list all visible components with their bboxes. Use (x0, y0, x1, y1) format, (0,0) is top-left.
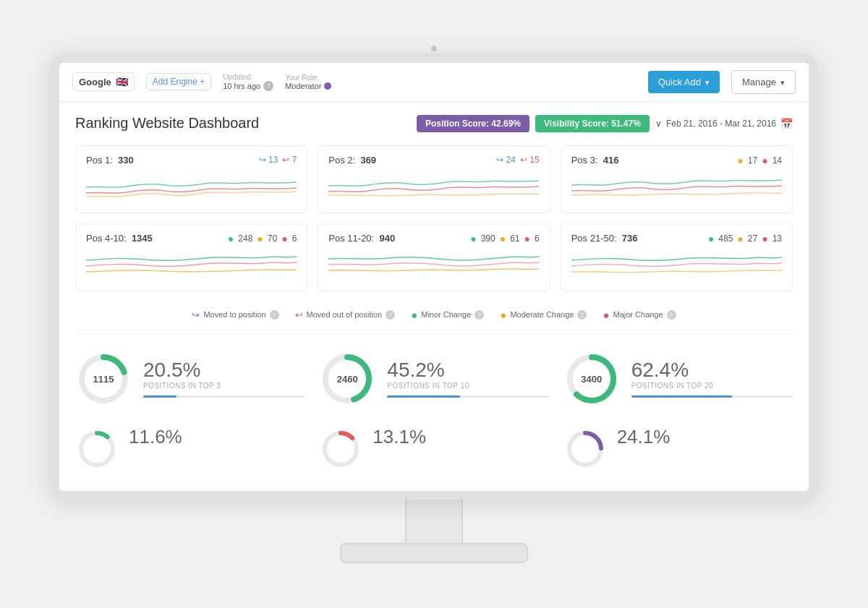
mini-donut-2-chart (319, 427, 362, 471)
dashboard-title-row: Ranking Website Dashboard Position Score… (75, 115, 793, 132)
major-dot: ● (281, 233, 287, 244)
pos-11-20-changes: ●390 ●61 ●6 (470, 233, 539, 244)
monitor-stand-neck (405, 500, 463, 543)
legend-moved-in: ↪ Moved to position ? (192, 309, 278, 320)
metric-top10: 2460 45.2% POSITIONS IN TOP 10 (319, 351, 548, 407)
pos-2-count: 369 (360, 155, 376, 166)
pos-card-21-50: Pos 21-50: 736 ●485 ●27 ●13 (561, 223, 793, 291)
moved-out-help-icon[interactable]: ? (386, 310, 395, 320)
add-engine-button[interactable]: Add Engine + (146, 73, 211, 90)
mini-metric-3-info: 24.1% (617, 427, 671, 446)
donut-top3: 1115 (75, 351, 132, 407)
position-score-badge: Position Score: 42.69% (417, 115, 529, 132)
metric-top20-percent: 62.4% (631, 360, 793, 380)
major-help-icon[interactable]: ? (667, 310, 676, 320)
pos-1-label: Pos 1: 330 (86, 155, 134, 166)
mini-metric-2: 13.1% (319, 427, 548, 471)
pos-card-3: Pos 3: 416 ● 17 ● 14 (561, 145, 793, 213)
updated-value: 10 hrs ago ? (223, 81, 273, 91)
flag-icon: 🇬🇧 (116, 76, 128, 87)
pos-3-major-dot: ● (762, 155, 767, 166)
page-title: Ranking Website Dashboard (75, 115, 259, 132)
legend-moderate-label: Moderate Change (510, 310, 574, 319)
mini-metric-1-percent: 11.6% (129, 427, 182, 446)
mini-metric-3-percent: 24.1% (617, 427, 671, 446)
pos-4-10-changes: ●248 ●70 ●6 (228, 233, 297, 244)
pos-2-moved-out: ↩ 15 (520, 155, 540, 165)
moved-in-help-icon[interactable]: ? (270, 310, 279, 320)
metric-top20-info: 62.4% POSITIONS IN TOP 20 (631, 360, 793, 398)
quick-add-button[interactable]: Quick Add (648, 71, 720, 93)
pos-21-50-chart (571, 250, 782, 282)
minor-dot: ● (228, 233, 234, 244)
metric-top20-bar-fill (631, 395, 732, 398)
mini-metric-3: 24.1% (563, 427, 793, 471)
google-tab[interactable]: Google 🇬🇧 (72, 72, 135, 91)
donut-top20: 3400 (563, 351, 620, 407)
metric-top20: 3400 62.4% POSITIONS IN TOP 20 (563, 351, 793, 407)
legend-minor: ● Minor Change ? (411, 309, 484, 321)
donut-top10-value: 2460 (337, 373, 358, 384)
metric-top10-bar-track (387, 395, 548, 398)
manage-button[interactable]: Manage (731, 70, 796, 94)
header-bar: Google 🇬🇧 Add Engine + Updated: 10 hrs a… (59, 63, 809, 102)
pos-3-count: 416 (603, 155, 619, 166)
calendar-icon: 📅 (780, 118, 793, 129)
add-engine-label: Add Engine + (153, 77, 205, 87)
chevron-down-icon: ∨ (655, 119, 662, 129)
pos-4-10-label: Pos 4-10: 1345 (86, 233, 153, 244)
pos-11-20-chart (328, 250, 539, 282)
pos-3-moderate: 17 (748, 155, 757, 166)
minor-change-icon: ● (411, 309, 417, 321)
date-range-picker[interactable]: ∨ Feb 21, 2016 - Mar 21, 2016 📅 (655, 118, 793, 129)
legend-moved-out: ↩ Moved out of position ? (295, 309, 396, 320)
pos-card-11-20: Pos 11-20: 940 ●390 ●61 ●6 (318, 223, 550, 291)
metric-top10-bar-fill (387, 395, 460, 398)
role-value: Moderator (285, 82, 331, 90)
moderate-help-icon[interactable]: ? (577, 310, 587, 320)
pos-card-11-20-header: Pos 11-20: 940 ●390 ●61 ●6 (328, 233, 539, 244)
chart-legend: ↪ Moved to position ? ↩ Moved out of pos… (75, 301, 793, 324)
pos-card-21-50-header: Pos 21-50: 736 ●485 ●27 ●13 (571, 233, 782, 244)
manage-chevron-icon (780, 77, 785, 87)
moderate-change-icon: ● (500, 309, 506, 321)
major-change-icon: ● (603, 309, 609, 321)
legend-moved-in-label: Moved to position (203, 310, 265, 319)
legend-moderate: ● Moderate Change ? (500, 309, 587, 321)
minor-help-icon[interactable]: ? (475, 310, 484, 320)
legend-major-label: Major Change (613, 310, 663, 319)
mini-metric-1: 11.6% (75, 427, 305, 471)
monitor-stand-base (340, 543, 528, 563)
pos-3-moderate-dot: ● (737, 155, 743, 166)
pos-card-1: Pos 1: 330 ↪ 13 ↩ 7 (75, 145, 307, 213)
legend-minor-label: Minor Change (421, 310, 471, 319)
pos-1-chart (86, 171, 297, 203)
donut-top3-value: 1115 (93, 373, 114, 384)
metric-top10-info: 45.2% POSITIONS IN TOP 10 (387, 360, 548, 398)
metric-top20-bar-track (631, 395, 793, 398)
metric-top3-label: POSITIONS IN TOP 3 (143, 382, 305, 390)
monitor-screen: Google 🇬🇧 Add Engine + Updated: 10 hrs a… (51, 54, 817, 500)
metric-top3-bar-fill (143, 395, 176, 398)
metric-top10-label: POSITIONS IN TOP 10 (387, 382, 548, 390)
quick-add-chevron-icon (705, 77, 710, 87)
metric-top20-label: POSITIONS IN TOP 20 (631, 382, 793, 390)
moved-out-icon: ↩ (295, 309, 303, 320)
pos-21-50-changes: ●485 ●27 ●13 (708, 233, 782, 244)
pos-card-4-10: Pos 4-10: 1345 ●248 ●70 ●6 (75, 223, 307, 291)
mini-donut-3-chart (563, 427, 607, 471)
moderator-dot (324, 82, 331, 90)
donut-top20-value: 3400 (581, 373, 602, 384)
pos-2-chart (328, 171, 539, 203)
google-label: Google (79, 77, 111, 87)
updated-info: Updated: 10 hrs ago ? (223, 73, 273, 91)
updated-help-icon[interactable]: ? (263, 81, 273, 91)
pos-3-major: 14 (773, 155, 782, 166)
updated-label: Updated: (223, 73, 273, 81)
mini-donut-1 (75, 427, 119, 471)
pos-card-3-header: Pos 3: 416 ● 17 ● 14 (571, 155, 782, 166)
legend-major: ● Major Change ? (603, 309, 676, 321)
role-label: Your Role: (285, 74, 331, 82)
metric-top3-info: 20.5% POSITIONS IN TOP 3 (143, 360, 305, 398)
pos-3-changes: ● 17 ● 14 (737, 155, 782, 166)
